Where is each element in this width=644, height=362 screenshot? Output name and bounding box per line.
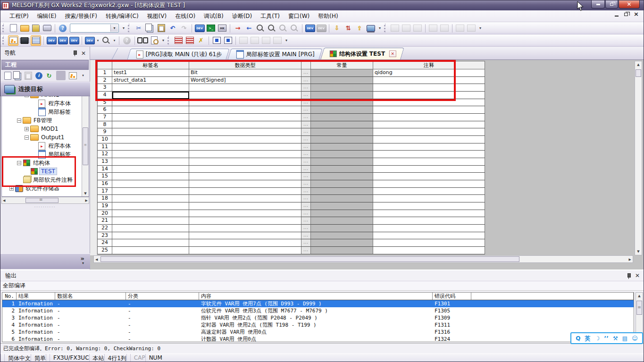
data-type-cell[interactable]	[189, 114, 301, 121]
label-cell[interactable]	[112, 195, 189, 202]
output-row[interactable]: 3 Information - - 指针 VAR用 使用2点 (范围 P2048…	[2, 314, 634, 321]
intelligent-function-icon[interactable]	[206, 23, 216, 34]
comment-cell[interactable]	[373, 232, 485, 240]
data-type-cell[interactable]	[189, 247, 301, 254]
label-cell[interactable]	[112, 136, 189, 143]
label-cell[interactable]	[112, 239, 189, 247]
ladder-pulse-icon[interactable]	[412, 23, 423, 34]
type-browse-button[interactable]: ...	[301, 232, 311, 240]
tree-expander[interactable]: −	[25, 135, 29, 140]
type-browse-button[interactable]: ...	[301, 143, 311, 151]
refresh-icon[interactable]: ↻	[44, 71, 54, 80]
tab-local-label-main[interactable]: 局部标签设置 MAIN [PRG] ✕	[228, 49, 323, 59]
panel-grip[interactable]: ..........	[0, 205, 90, 208]
type-browse-button[interactable]: ...	[301, 195, 311, 202]
comment-cell[interactable]	[373, 77, 485, 84]
read-from-plc-icon[interactable]: ←	[244, 23, 254, 34]
type-browse-button[interactable]: ...	[301, 136, 311, 143]
data-type-cell[interactable]	[189, 158, 301, 166]
scroll-left-icon[interactable]: ◀	[3, 199, 5, 202]
scroll-thumb[interactable]	[25, 198, 59, 203]
ladder-close-icon[interactable]	[466, 23, 477, 34]
comment-cell[interactable]	[373, 195, 485, 202]
paste-icon[interactable]	[156, 23, 167, 34]
tree-item-mod1[interactable]: + MOD1	[2, 125, 89, 133]
comment-cell[interactable]	[373, 92, 485, 99]
data-type-cell[interactable]	[189, 106, 301, 114]
menu-item[interactable]: 视图(V)	[143, 11, 171, 22]
help-icon[interactable]	[58, 23, 68, 34]
comment-cell[interactable]: qidong	[373, 69, 485, 77]
tree-item-local-device-comment[interactable]: 局部软元件注释	[2, 176, 89, 184]
ime-punctuation-icon[interactable]: ’’	[604, 334, 609, 343]
mdi-restore-icon[interactable]	[624, 13, 628, 16]
tree-expander[interactable]: −	[17, 161, 21, 165]
tab-close-icon[interactable]: ✕	[390, 51, 397, 57]
device-display-icon[interactable]	[84, 35, 95, 46]
save-project-icon[interactable]	[31, 23, 41, 34]
monitor-pause-icon[interactable]	[278, 23, 288, 34]
menu-item[interactable]: 在线(O)	[171, 11, 200, 22]
type-browse-button[interactable]: ...	[301, 217, 311, 225]
data-properties-icon[interactable]	[34, 71, 43, 80]
copy-data-icon[interactable]	[13, 71, 23, 80]
device-search-icon[interactable]	[101, 35, 111, 46]
scroll-right-icon[interactable]: ▶	[85, 199, 88, 202]
minimize-button[interactable]	[591, 0, 605, 8]
redo-icon[interactable]: ↷	[179, 23, 189, 34]
data-type-cell[interactable]	[189, 225, 301, 232]
label-cell[interactable]	[112, 121, 189, 129]
monitor-resume-icon[interactable]	[289, 23, 300, 34]
scroll-thumb[interactable]	[83, 127, 88, 165]
type-browse-button[interactable]: ...	[301, 247, 311, 254]
list-view-toggle-icon[interactable]	[31, 35, 41, 46]
toolbar-overflow-icon-2[interactable]: ▾	[377, 23, 383, 34]
find-icon[interactable]	[137, 35, 148, 46]
type-browse-button[interactable]: ...	[301, 173, 311, 180]
ime-clipboard-icon[interactable]: ▤	[622, 334, 627, 343]
label-cell[interactable]	[112, 84, 189, 92]
type-browse-button[interactable]: ...	[301, 84, 311, 92]
toolbar-overflow-icon-4[interactable]: ▾	[160, 35, 166, 46]
type-browse-button[interactable]: ...	[301, 210, 311, 218]
type-browse-button[interactable]: ...	[301, 225, 311, 232]
tree-item-output1[interactable]: − Output1	[2, 133, 89, 142]
label-cell[interactable]	[112, 247, 189, 254]
scroll-thumb[interactable]	[636, 69, 641, 77]
scroll-up-icon[interactable]: ▲	[636, 294, 643, 298]
comment-cell[interactable]	[373, 143, 485, 151]
scroll-down-icon[interactable]: ▼	[82, 192, 89, 195]
scroll-left-icon[interactable]: ◀	[95, 258, 98, 261]
pin-icon[interactable]	[72, 50, 77, 56]
simulation-start-icon[interactable]: ⇩	[332, 23, 342, 34]
comment-cell[interactable]	[373, 239, 485, 247]
type-browse-button[interactable]: ...	[301, 202, 311, 210]
type-browse-button[interactable]: ...	[301, 92, 311, 99]
data-type-cell[interactable]	[189, 195, 301, 202]
sort-filter-dropdown-icon[interactable]: ▾	[78, 71, 88, 80]
scroll-down-icon[interactable]: ▼	[635, 250, 642, 253]
label-cell[interactable]	[112, 202, 189, 210]
ladder-jump-icon[interactable]	[428, 23, 438, 34]
close-panel-icon[interactable]: ✕	[635, 273, 640, 278]
cut-icon[interactable]: ✂	[134, 23, 144, 34]
tree-expander[interactable]: +	[9, 186, 14, 191]
data-type-cell[interactable]	[189, 92, 301, 99]
menu-item[interactable]: 转换/编译(C)	[101, 11, 143, 22]
tree-vertical-scrollbar[interactable]: ▲ ▼	[82, 82, 89, 196]
comment-cell[interactable]	[373, 136, 485, 143]
tree-item-local-label-2[interactable]: 局部标签	[2, 108, 89, 116]
ime-halfmoon-icon[interactable]: ☽	[595, 334, 600, 343]
data-type-cell[interactable]	[189, 210, 301, 218]
output-row[interactable]: 2 Information - - 位软元件 VAR用 使用3点 (范围 M76…	[2, 307, 634, 314]
type-browse-button[interactable]: ...	[301, 239, 311, 247]
menu-item[interactable]: 帮助(H)	[314, 11, 342, 22]
label-cell[interactable]	[112, 173, 189, 180]
new-project-icon[interactable]	[8, 23, 18, 34]
insert-row-below-icon[interactable]	[184, 35, 195, 46]
undo-icon[interactable]: ↶	[167, 23, 178, 34]
screen-next-icon[interactable]	[261, 35, 271, 46]
menu-item[interactable]: 工程(P)	[5, 11, 33, 22]
toolbar-overflow-icon-3[interactable]: ▾	[477, 23, 483, 34]
insert-row-above-icon[interactable]	[173, 35, 184, 46]
